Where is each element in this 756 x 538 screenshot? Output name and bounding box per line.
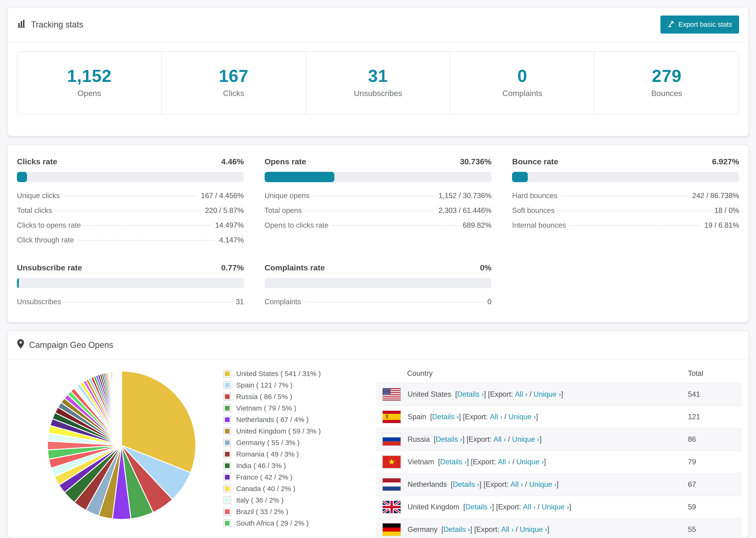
flag-gb-icon [382, 501, 401, 513]
progress-track [265, 172, 492, 182]
dotted-leader [332, 225, 459, 226]
rate-row: Clicks to opens rate 14.497% [17, 221, 244, 230]
rates-grid: Clicks rate 4.46% Unique clicks 167 / 4.… [17, 157, 739, 306]
export-all-link[interactable]: All › [511, 480, 523, 488]
legend-swatch [224, 370, 231, 377]
export-all-link[interactable]: All › [498, 458, 510, 466]
rate-head: Clicks rate 4.46% [17, 157, 244, 166]
dotted-leader [313, 196, 435, 196]
legend-item: South Africa ( 29 / 2% ) [224, 519, 376, 527]
rate-row-label: Total opens [265, 206, 302, 215]
export-unique-link[interactable]: Unique › [542, 503, 569, 511]
legend-label: Russia ( 86 / 5% ) [236, 393, 292, 401]
export-prefix: Export: [476, 525, 499, 534]
export-unique-link[interactable]: Unique › [529, 480, 557, 488]
export-all-link[interactable]: All › [490, 413, 502, 421]
export-prefix: Export: [498, 503, 521, 511]
geo-body: United States ( 541 / 31% ) Spain ( 121 … [8, 359, 748, 538]
geo-table-row-de: Germany [Details ›] [Export:All › / Uniq… [376, 518, 742, 538]
export-all-link[interactable]: All › [501, 525, 514, 534]
export-all-link[interactable]: All › [523, 503, 536, 511]
rate-percent: 4.46% [221, 157, 244, 166]
export-icon [668, 20, 675, 29]
details-link[interactable]: Details › [453, 480, 479, 488]
legend-label: Romania ( 49 / 3% ) [236, 450, 299, 458]
legend-swatch [224, 519, 231, 527]
dotted-leader [305, 211, 435, 211]
legend-swatch [224, 497, 231, 504]
rate-row-value: 689.82% [463, 221, 491, 230]
legend-label: India ( 46 / 3% ) [236, 462, 286, 470]
export-all-link[interactable]: All › [494, 435, 506, 443]
rate-row-label: Internal bounces [512, 221, 566, 230]
country-cell: Spain [Details ›] [Export:All › / Unique… [376, 410, 688, 423]
export-all-link[interactable]: All › [515, 390, 527, 398]
total-cell: 67 [688, 480, 742, 489]
legend-label: Germany ( 55 / 3% ) [236, 439, 299, 447]
dotted-leader [65, 302, 232, 302]
details-link[interactable]: Details › [444, 525, 470, 534]
rate-row-label: Total clicks [17, 206, 52, 215]
geo-title: Campaign Geo Opens [29, 340, 113, 350]
legend-swatch [224, 485, 231, 493]
rate-percent: 0% [480, 263, 491, 272]
flag-de-icon [382, 523, 401, 536]
rate-row-label: Hard bounces [512, 191, 557, 200]
total-cell: 121 [688, 413, 742, 421]
export-prefix: Export: [469, 435, 492, 443]
export-prefix: Export: [473, 458, 496, 466]
rate-title: Clicks rate [17, 157, 57, 166]
stat-cell-opens: 1,152 Opens [17, 52, 161, 114]
export-unique-link[interactable]: Unique › [509, 413, 536, 421]
geo-opens-table: Country Total United States [Details ›] … [376, 364, 742, 538]
tracking-stats-title-row: Tracking stats [17, 19, 83, 30]
total-cell: 55 [688, 525, 742, 534]
legend-label: Canada ( 40 / 2% ) [236, 485, 296, 493]
rate-percent: 30.736% [460, 157, 491, 166]
stat-cell-bounces: 279 Bounces [594, 52, 739, 114]
country-text: United States [Details ›] [Export:All › … [407, 390, 563, 399]
country-text: Netherlands [Details ›] [Export:All › / … [407, 480, 559, 489]
rate-block: Clicks rate 4.46% Unique clicks 167 / 4.… [17, 157, 244, 244]
export-button-label: Export basic stats [678, 21, 732, 28]
campaign-geo-opens-card: Campaign Geo Opens United States ( 541 /… [7, 331, 749, 538]
progress-fill [17, 278, 19, 288]
legend-item: Germany ( 55 / 3% ) [224, 439, 376, 447]
progress-track [17, 172, 244, 182]
stat-value: 0 [450, 66, 594, 86]
rate-row-label: Click through rate [17, 236, 74, 244]
details-link[interactable]: Details › [457, 390, 484, 398]
rate-title: Bounce rate [512, 157, 558, 166]
bar-chart-icon [17, 19, 26, 30]
details-link[interactable]: Details › [436, 435, 462, 443]
geo-table-row-es: Spain [Details ›] [Export:All › / Unique… [376, 405, 742, 428]
legend-swatch [224, 462, 231, 469]
legend-label: France ( 42 / 2% ) [236, 473, 293, 481]
rate-row: Internal bounces 19 / 6.81% [512, 221, 739, 230]
rate-title: Complaints rate [265, 263, 325, 272]
details-link[interactable]: Details › [440, 458, 467, 466]
progress-track [265, 278, 492, 288]
dotted-leader [305, 302, 484, 302]
legend-item: Italy ( 36 / 2% ) [224, 496, 376, 504]
rate-row: Opens to clicks rate 689.82% [265, 221, 492, 230]
country-text: United Kingdom [Details ›] [Export:All ›… [407, 503, 571, 511]
progress-track [17, 278, 244, 288]
export-unique-link[interactable]: Unique › [512, 435, 540, 443]
rate-block: Complaints rate 0% Complaints 0 [265, 263, 492, 306]
details-link[interactable]: Details › [465, 503, 492, 511]
export-unique-link[interactable]: Unique › [533, 390, 561, 398]
details-link[interactable]: Details › [432, 413, 459, 421]
rates-card: Clicks rate 4.46% Unique clicks 167 / 4.… [7, 144, 749, 323]
export-unique-link[interactable]: Unique › [520, 525, 547, 534]
header-divider [8, 41, 748, 42]
legend-item: Russia ( 86 / 5% ) [224, 393, 376, 401]
flag-es-icon [382, 410, 401, 423]
country-name: Russia [407, 435, 430, 443]
flag-vn-icon [382, 456, 401, 468]
export-unique-link[interactable]: Unique › [516, 458, 544, 466]
dotted-leader [561, 196, 688, 196]
export-basic-stats-button[interactable]: Export basic stats [661, 16, 739, 33]
progress-fill [17, 172, 27, 182]
rate-block: Opens rate 30.736% Unique opens 1,152 / … [265, 157, 492, 244]
